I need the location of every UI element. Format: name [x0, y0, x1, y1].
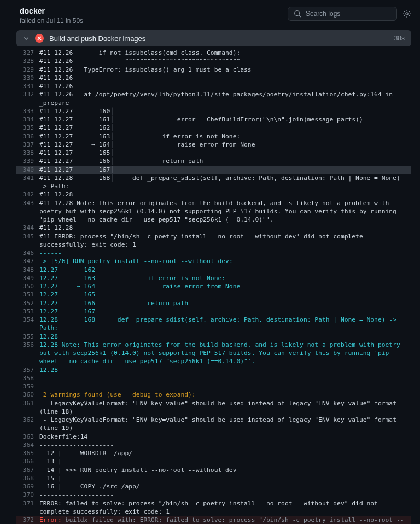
svg-point-0 — [295, 11, 300, 16]
log-line[interactable]: 336#11 12.27 163│ if error is not None: — [16, 132, 411, 141]
line-number: 339 — [16, 157, 39, 165]
log-line[interactable]: 346------ — [16, 249, 411, 257]
line-number: 354 — [16, 316, 39, 324]
line-number: 336 — [16, 132, 39, 141]
log-line[interactable]: 339#11 12.27 166│ return path — [16, 157, 411, 165]
log-viewer[interactable]: 327#11 12.26 if not issubclass(cmd_class… — [16, 49, 411, 524]
line-number: 334 — [16, 115, 39, 124]
search-input[interactable] — [306, 10, 391, 18]
log-line[interactable]: 364-------------------- — [16, 441, 411, 449]
log-line[interactable]: 333#11 12.27 160│ — [16, 107, 411, 115]
step-build-and-push[interactable]: Build and push Docker images 38s — [16, 30, 411, 46]
log-line[interactable]: 340#11 12.27 167│ — [16, 166, 411, 174]
line-number: 366 — [16, 457, 39, 465]
line-number: 342 — [16, 190, 39, 199]
log-line[interactable]: 335#11 12.27 162│ — [16, 124, 411, 132]
line-content: 12.27 162│ — [39, 266, 405, 274]
header-right — [288, 7, 411, 21]
log-line[interactable]: 371ERROR: failed to solve: process "/bin… — [16, 499, 411, 516]
status-fail-icon — [35, 34, 44, 43]
log-line[interactable]: 369 16 | COPY ./src /app/ — [16, 482, 411, 491]
line-content: ------ — [39, 374, 405, 382]
log-line[interactable]: 345#11 ERROR: process "/bin/sh -c poetry… — [16, 232, 411, 249]
line-content: -------------------- — [39, 491, 405, 499]
log-line[interactable]: 341#11 12.28 168│ def _prepare_sdist(sel… — [16, 174, 411, 191]
log-line[interactable]: 34912.27 163│ if error is not None: — [16, 274, 411, 282]
log-line[interactable]: 35612.28 Note: This error originates fro… — [16, 341, 411, 366]
line-number: 341 — [16, 174, 39, 182]
line-content: #11 12.26 — [39, 74, 405, 82]
log-line[interactable]: 35412.28 168│ def _prepare_sdist(self, a… — [16, 316, 411, 333]
line-content: > [5/6] RUN poetry install --no-root --w… — [39, 257, 405, 265]
line-number: 337 — [16, 141, 39, 149]
log-line[interactable]: 327#11 12.26 if not issubclass(cmd_class… — [16, 49, 411, 57]
log-line[interactable]: 344#11 12.28 — [16, 224, 411, 232]
gear-icon — [402, 9, 411, 18]
header: docker failed on Jul 11 in 50s — [0, 0, 420, 30]
line-number: 327 — [16, 49, 39, 57]
log-line[interactable]: 35212.27 166│ return path — [16, 299, 411, 307]
line-number: 346 — [16, 249, 39, 257]
log-line[interactable]: 334#11 12.27 161│ error = ChefBuildError… — [16, 115, 411, 124]
line-content: #11 ERROR: process "/bin/sh -c poetry in… — [39, 232, 405, 249]
line-number: 363 — [16, 433, 39, 441]
settings-button[interactable] — [402, 9, 411, 18]
log-line[interactable]: 35012.27 → 164│ raise error from None — [16, 282, 411, 290]
log-line[interactable]: 337#11 12.27 → 164│ raise error from Non… — [16, 141, 411, 149]
log-line[interactable]: 362 - LegacyKeyValueFormat: "ENV key=val… — [16, 416, 411, 433]
line-number: 361 — [16, 399, 39, 407]
line-content: 13 | — [39, 457, 405, 465]
log-line[interactable]: 359 — [16, 382, 411, 391]
line-content: 14 | >>> RUN poetry install --no-root --… — [39, 466, 405, 474]
log-line[interactable]: 360 2 warnings found (use --debug to exp… — [16, 391, 411, 399]
log-line[interactable]: 332#11 12.26 at /opt/poetry/venv/lib/pyt… — [16, 90, 411, 107]
log-line[interactable]: 361 - LegacyKeyValueFormat: "ENV key=val… — [16, 399, 411, 416]
log-line[interactable]: 368 15 | — [16, 474, 411, 482]
log-line[interactable]: 366 13 | — [16, 457, 411, 465]
log-line[interactable]: 358------ — [16, 374, 411, 382]
line-number: 368 — [16, 474, 39, 482]
line-number: 367 — [16, 466, 39, 474]
log-line[interactable]: 338#11 12.27 165│ — [16, 149, 411, 157]
line-content: #11 12.28 — [39, 190, 405, 199]
line-number: 338 — [16, 149, 39, 157]
line-content: ERROR: failed to solve: process "/bin/sh… — [39, 499, 405, 516]
log-line[interactable]: 367 14 | >>> RUN poetry install --no-roo… — [16, 466, 411, 474]
line-number: 331 — [16, 82, 39, 90]
log-line[interactable]: 370-------------------- — [16, 491, 411, 499]
line-number: 360 — [16, 391, 39, 399]
step-duration: 38s — [394, 34, 405, 42]
log-line[interactable]: 343#11 12.28 Note: This error originates… — [16, 199, 411, 224]
log-line[interactable]: 35112.27 165│ — [16, 290, 411, 299]
log-line[interactable]: 35512.28 — [16, 333, 411, 341]
line-number: 332 — [16, 90, 39, 98]
line-content: 16 | COPY ./src /app/ — [39, 482, 405, 491]
log-line[interactable]: 329#11 12.26 TypeError: issubclass() arg… — [16, 66, 411, 74]
line-content: ------ — [39, 249, 405, 257]
log-line[interactable]: 35712.28 — [16, 366, 411, 374]
log-line[interactable]: 363Dockerfile:14 — [16, 433, 411, 441]
line-number: 365 — [16, 449, 39, 457]
log-line[interactable]: 34812.27 162│ — [16, 266, 411, 274]
log-line[interactable]: 372Error: buildx failed with: ERROR: fai… — [16, 516, 411, 524]
line-number: 330 — [16, 74, 39, 82]
line-content: Dockerfile:14 — [39, 433, 405, 441]
line-number: 371 — [16, 499, 39, 508]
log-line[interactable]: 342#11 12.28 — [16, 190, 411, 199]
log-line[interactable]: 347 > [5/6] RUN poetry install --no-root… — [16, 257, 411, 265]
line-content: #11 12.26 if not issubclass(cmd_class, C… — [39, 49, 405, 57]
search-logs-box[interactable] — [288, 7, 397, 21]
line-number: 362 — [16, 416, 39, 424]
line-number: 345 — [16, 232, 39, 241]
log-line[interactable]: 331#11 12.26 — [16, 82, 411, 90]
line-number: 364 — [16, 441, 39, 449]
page-subtitle: failed on Jul 11 in 50s — [20, 17, 83, 25]
svg-point-2 — [406, 13, 408, 15]
log-line[interactable]: 330#11 12.26 — [16, 74, 411, 82]
log-line[interactable]: 35312.27 167│ — [16, 307, 411, 316]
line-content: 12.28 — [39, 333, 405, 341]
line-content: #11 12.27 161│ error = ChefBuildError("\… — [39, 115, 405, 124]
line-content: 12.28 — [39, 366, 405, 374]
log-line[interactable]: 365 12 | WORKDIR /app/ — [16, 449, 411, 457]
log-line[interactable]: 328#11 12.26 ^^^^^^^^^^^^^^^^^^^^^^^^^^^… — [16, 57, 411, 65]
